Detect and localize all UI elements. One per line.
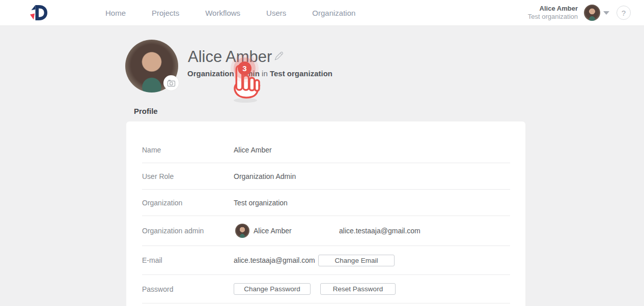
change-photo-button[interactable] bbox=[163, 75, 179, 90]
row-label: User Role bbox=[142, 172, 234, 180]
email-value: alice.testaaja@gmail.com bbox=[234, 256, 318, 264]
camera-icon bbox=[166, 78, 176, 88]
tab-profile[interactable]: Profile bbox=[134, 107, 158, 115]
admin-name: Alice Amber bbox=[254, 227, 292, 235]
table-row-password: Password Change Password Reset Password bbox=[142, 275, 510, 303]
main-nav: Home Projects Workflows Users Organizati… bbox=[105, 0, 355, 25]
change-email-button[interactable]: Change Email bbox=[318, 255, 395, 266]
change-password-button[interactable]: Change Password bbox=[234, 283, 311, 295]
row-label: Password bbox=[142, 285, 234, 293]
table-row-organization-admin: Organization admin Alice Amber alice.tes… bbox=[142, 216, 510, 246]
table-row-name: Name Alice Amber bbox=[142, 137, 510, 163]
user-menu-text[interactable]: Alice Amber Test organization bbox=[528, 5, 578, 21]
user-menu-name: Alice Amber bbox=[528, 5, 578, 13]
row-value: Alice Amber bbox=[234, 146, 272, 154]
help-icon: ? bbox=[622, 9, 626, 17]
chevron-down-icon[interactable] bbox=[603, 11, 609, 15]
step-number: 3 bbox=[242, 64, 246, 73]
table-row-organization: Organization Test organization bbox=[142, 190, 510, 216]
step-badge: 3 bbox=[238, 62, 251, 75]
table-row-user-role: User Role Organization Admin bbox=[142, 163, 510, 190]
table-row-email: E-mail alice.testaaja@gmail.com Change E… bbox=[142, 246, 510, 275]
row-value: Organization Admin bbox=[234, 172, 296, 180]
row-label: Organization admin bbox=[142, 227, 234, 235]
profile-name-heading: Alice Amber bbox=[188, 48, 272, 66]
nav-item-projects[interactable]: Projects bbox=[152, 9, 179, 17]
app-window: Home Projects Workflows Users Organizati… bbox=[0, 0, 644, 306]
reset-password-button[interactable]: Reset Password bbox=[320, 283, 396, 295]
user-avatar[interactable] bbox=[584, 5, 600, 21]
top-navbar: Home Projects Workflows Users Organizati… bbox=[0, 0, 644, 26]
admin-avatar bbox=[235, 224, 249, 238]
edit-name-pencil-icon[interactable] bbox=[274, 51, 284, 61]
row-value: Test organization bbox=[234, 199, 288, 207]
admin-email: alice.testaaja@gmail.com bbox=[339, 227, 421, 235]
row-label: E-mail bbox=[142, 256, 234, 264]
nav-item-home[interactable]: Home bbox=[105, 9, 126, 17]
row-label: Name bbox=[142, 146, 234, 154]
app-logo-icon[interactable] bbox=[30, 5, 48, 21]
profile-org: Test organization bbox=[270, 69, 332, 78]
nav-item-workflows[interactable]: Workflows bbox=[205, 9, 240, 17]
profile-card: Name Alice Amber User Role Organization … bbox=[126, 121, 525, 306]
nav-item-users[interactable]: Users bbox=[266, 9, 286, 17]
help-button[interactable]: ? bbox=[617, 6, 631, 20]
nav-item-organization[interactable]: Organization bbox=[312, 9, 355, 17]
row-label: Organization bbox=[142, 199, 234, 207]
user-menu-org: Test organization bbox=[528, 13, 578, 21]
